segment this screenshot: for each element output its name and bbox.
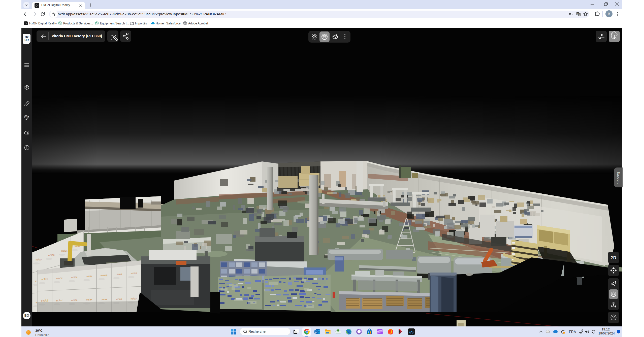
svg-text:2D: 2D: [610, 255, 616, 260]
svg-text:woox: woox: [56, 276, 63, 280]
svg-text:nolax: nolax: [71, 298, 78, 301]
svg-text:nolax: nolax: [116, 272, 122, 276]
svg-text:woox: woox: [130, 271, 137, 275]
svg-text:nolax: nolax: [101, 297, 107, 301]
svg-text:exoloj: exoloj: [41, 299, 48, 302]
svg-text:nolax: nolax: [36, 258, 42, 261]
svg-text:nolax: nolax: [131, 297, 137, 300]
svg-text:T: T: [25, 116, 27, 118]
svg-text:nolax: nolax: [48, 253, 55, 256]
svg-text:nolax: nolax: [56, 298, 63, 302]
svg-text:nolax: nolax: [86, 298, 92, 301]
svg-text:exoloj: exoloj: [101, 273, 108, 277]
svg-text:nolax: nolax: [71, 275, 78, 279]
svg-text:nolax: nolax: [41, 277, 48, 281]
svg-text:woox: woox: [115, 297, 122, 300]
svg-text:nolax: nolax: [86, 274, 92, 278]
svg-text:nolax: nolax: [61, 249, 68, 252]
